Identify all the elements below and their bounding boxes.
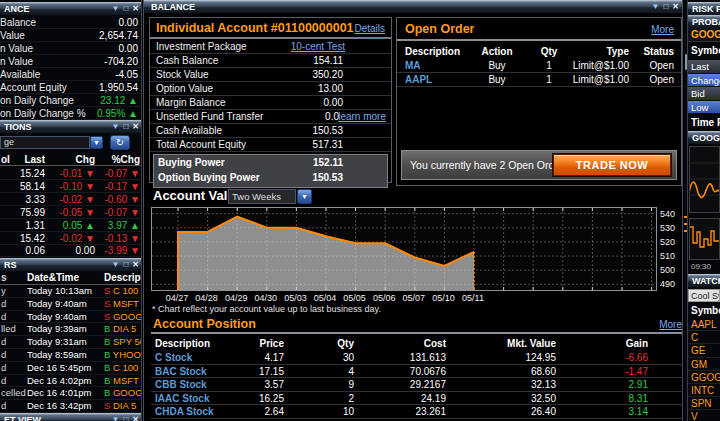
order-row[interactable]: dToday 8:59amB YHOO 15 — [0, 349, 142, 362]
watchlist-item[interactable]: AAPL — [688, 318, 720, 331]
account-position-title: Account Position — [153, 315, 256, 334]
price: 4.17 — [204, 351, 284, 365]
quote-field-low[interactable]: Low — [688, 101, 720, 115]
chart-symbol-header[interactable]: GOOG — [688, 131, 720, 144]
watchlist-item[interactable]: GGOG — [688, 371, 720, 384]
quote-field-change[interactable]: Change — [688, 74, 720, 88]
col-mkt-value: Mkt. Value — [456, 337, 556, 351]
watchlist-item[interactable]: INTC — [688, 384, 720, 397]
market-view-panel-header: ET VIEW ▼ □ ✕ — [0, 413, 142, 421]
last-value: 3.33 — [26, 193, 45, 206]
order-row[interactable]: dToday 9:40amS MSFT 10 — [0, 298, 142, 311]
row-value: 152.11 — [313, 155, 343, 170]
order-symbol: C 100 — [113, 362, 138, 373]
watchlist-item[interactable]: SPN — [688, 397, 720, 410]
balance-row: Available-4.05 — [0, 68, 142, 81]
position-quote-row[interactable]: 58.14-0.10 ▼-0.17 ▼ — [0, 180, 142, 193]
quote-symbol-tab[interactable]: GOOG — [688, 28, 720, 42]
open-order-more-link[interactable]: More — [651, 18, 674, 41]
investment-package-link[interactable]: 10-cent Test — [291, 40, 345, 54]
watchlist-dropdown[interactable]: Cool Sy — [688, 289, 720, 302]
position-quote-row[interactable]: 15.24-0.01 ▼-0.07 ▼ — [0, 167, 142, 180]
collapse-icon[interactable]: ▼ — [112, 121, 120, 133]
chg-value: -0.02 ▼ — [60, 193, 95, 206]
order-row[interactable]: dDec 16 5:45pmB C 100 — [0, 362, 142, 375]
close-icon[interactable]: ✕ — [132, 414, 139, 421]
dropdown-arrow-icon[interactable]: ▼ — [90, 136, 103, 149]
order-symbol-link[interactable]: AAPL — [405, 73, 432, 87]
col-action: Action — [472, 45, 522, 59]
close-icon[interactable]: ✕ — [132, 3, 139, 15]
restore-icon[interactable]: □ — [123, 259, 128, 271]
refresh-icon[interactable]: ↻ — [110, 135, 130, 150]
dropdown-arrow-icon[interactable]: ▼ — [297, 189, 312, 204]
position-quote-row[interactable]: 3.33-0.02 ▼-0.60 ▼ — [0, 193, 142, 206]
watchlist-item[interactable]: GE — [688, 344, 720, 357]
watchlist-item[interactable]: V — [688, 410, 720, 421]
cost: 23.261 — [366, 405, 446, 419]
position-symbol-link[interactable]: IAAC Stock — [155, 392, 209, 406]
order-row[interactable]: dDec 16 3:42pmS DIA 5 — [0, 400, 142, 413]
probability-title-fragment: PROBA — [692, 17, 720, 27]
restore-icon[interactable]: □ — [663, 1, 668, 13]
buying-power-box: Buying Power152.11 Option Buying Power15… — [153, 154, 388, 188]
position-symbol-link[interactable]: BAC Stock — [155, 365, 207, 379]
position-quote-row[interactable]: 15.42-0.02 ▼-0.13 ▼ — [0, 232, 142, 245]
order-datetime: Today 9:31am — [27, 336, 87, 349]
row-value: 350.20 — [312, 68, 343, 82]
close-icon[interactable]: ✕ — [672, 1, 679, 13]
watchlist-panel-header[interactable]: WATCH — [688, 274, 720, 287]
order-row[interactable]: yToday 10:13amS C 100 — [0, 285, 142, 298]
account-position-more-link[interactable]: More — [659, 315, 682, 334]
probability-panel-header[interactable]: PROBA — [688, 15, 720, 28]
balance-window-header[interactable]: BALANCE ▼ □ ✕ — [144, 0, 682, 13]
close-icon[interactable]: ✕ — [132, 121, 139, 133]
risk-panel-header[interactable]: RISK P — [688, 2, 720, 15]
watchlist-item[interactable]: C — [688, 331, 720, 344]
gain: -6.66 — [558, 351, 648, 365]
divider-scroll-thumb[interactable] — [685, 54, 687, 70]
price: 3.57 — [204, 378, 284, 392]
order-row[interactable]: dToday 9:40amS GOOG 3 — [0, 311, 142, 324]
order-side: S — [104, 311, 110, 322]
collapse-icon[interactable]: ▼ — [112, 259, 120, 271]
restore-icon[interactable]: □ — [123, 121, 128, 133]
order-row[interactable]: dDec 16 4:02pmB MSFT 10 — [0, 375, 142, 388]
order-row[interactable]: lledToday 9:39amB DIA 5 — [0, 323, 142, 336]
order-status-fragment: lled — [1, 323, 16, 336]
row-value: 23.12 ▲ — [100, 94, 138, 107]
open-order-row: MA Buy 1 Limit@$1.00 Open — [397, 59, 681, 73]
positions-view-dropdown[interactable]: ge — [0, 136, 90, 149]
x-axis-label: 05/03 — [284, 293, 307, 303]
quote-field-last[interactable]: Last — [688, 60, 720, 74]
watchlist-item[interactable]: GM — [688, 358, 720, 371]
col-status: Status — [624, 45, 674, 59]
account-row: Total Account Equity517.31 — [150, 138, 391, 152]
row-label: on Daily Change % — [0, 107, 86, 120]
chart-footnote: * Chart reflect your account value up to… — [152, 304, 381, 314]
details-link[interactable]: Details — [354, 18, 385, 39]
orders-table-header: s Date&Time Description — [0, 272, 142, 285]
position-symbol-link[interactable]: CBB Stock — [155, 378, 207, 392]
learn-more-link[interactable]: learn more — [338, 110, 386, 124]
collapse-icon[interactable]: ▼ — [652, 1, 660, 13]
restore-icon[interactable]: □ — [123, 3, 128, 15]
restore-icon[interactable]: □ — [123, 414, 128, 421]
position-quote-row[interactable]: 0.060.00-3.99 ▼ — [0, 244, 142, 257]
close-icon[interactable]: ✕ — [132, 259, 139, 271]
collapse-icon[interactable]: ▼ — [112, 3, 120, 15]
orders-panel-header: RS ▼ □ ✕ — [0, 258, 142, 271]
position-quote-row[interactable]: 75.99-0.05 ▼-0.07 ▼ — [0, 206, 142, 219]
quote-field-bid[interactable]: Bid — [688, 87, 720, 101]
order-symbol-link[interactable]: MA — [405, 59, 421, 73]
order-row[interactable]: dToday 9:31amB SPY 50 — [0, 336, 142, 349]
balance-window: BALANCE ▼ □ ✕ Individual Account #011000… — [143, 0, 683, 421]
order-side: S — [104, 298, 110, 309]
position-symbol-link[interactable]: C Stock — [155, 351, 192, 365]
time-range-dropdown[interactable]: Two Weeks▼ — [228, 189, 312, 204]
order-row[interactable]: celledDec 16 4:01pmB GOOG 3 — [0, 387, 142, 400]
trade-now-button[interactable]: TRADE NOW — [553, 154, 671, 176]
collapse-icon[interactable]: ▼ — [112, 414, 120, 421]
col-symbol-fragment: ol — [1, 153, 10, 166]
position-quote-row[interactable]: 1.310.05 ▲3.97 ▲ — [0, 219, 142, 232]
